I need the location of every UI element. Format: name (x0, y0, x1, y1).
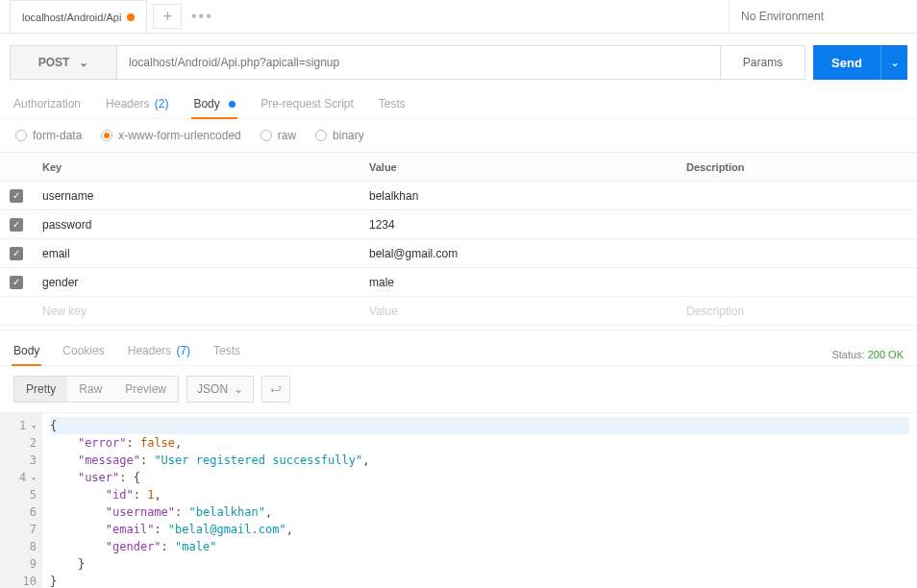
radio-label: binary (333, 129, 364, 142)
row-checkbox[interactable]: ✓ (10, 276, 23, 289)
tab-label: Body (193, 97, 219, 110)
tab-label: Tests (213, 344, 240, 357)
param-key[interactable]: email (33, 247, 359, 260)
view-raw[interactable]: Raw (67, 377, 113, 402)
param-key[interactable]: password (33, 218, 359, 232)
tab-label: Tests (379, 97, 406, 110)
row-checkbox[interactable]: ✓ (10, 218, 23, 232)
table-row: ✓usernamebelalkhan (0, 182, 917, 210)
tab-authorization[interactable]: Authorization (13, 97, 81, 118)
view-mode-segment: Pretty Raw Preview (13, 376, 179, 403)
resp-tab-headers[interactable]: Headers (7) (128, 344, 190, 365)
unsaved-indicator-icon (127, 13, 135, 21)
environment-label: No Environment (741, 10, 824, 23)
bodytype-formdata[interactable]: form-data (15, 129, 82, 142)
environment-select[interactable]: No Environment (729, 0, 917, 33)
tab-tests[interactable]: Tests (379, 97, 406, 118)
method-select[interactable]: POST ⌄ (10, 45, 117, 80)
wrap-icon: ⮐ (270, 382, 282, 396)
new-desc-input[interactable]: Description (677, 305, 917, 318)
headers-count: (7) (176, 344, 190, 357)
response-status: Status: 200 OK (831, 349, 904, 360)
col-value: Value (359, 161, 677, 173)
seg-label: Pretty (26, 382, 56, 396)
request-tab[interactable]: localhost/Android/Api (10, 0, 147, 33)
headers-count: (2) (155, 97, 169, 110)
tab-overflow-button[interactable]: ••• (187, 4, 216, 29)
code-content[interactable]: { "error": false, "message": "User regis… (42, 413, 917, 588)
send-dropdown[interactable]: ⌄ (880, 45, 907, 80)
format-label: JSON (197, 382, 228, 396)
url-value: localhost/Android/Api.php?apicall=signup (129, 56, 339, 69)
radio-label: x-www-form-urlencoded (118, 129, 240, 142)
response-body: 1 2 3 4 5 6 7 8 9 10 { "error": false, "… (0, 412, 917, 588)
tab-label: Authorization (13, 97, 81, 110)
new-tab-button[interactable]: + (153, 4, 182, 29)
tab-body[interactable]: Body (193, 97, 235, 118)
seg-label: Raw (79, 382, 102, 396)
tab-label: Headers (128, 344, 171, 357)
params-table: Key Value Description ✓usernamebelalkhan… (0, 152, 917, 326)
table-row: ✓gendermale (0, 268, 917, 297)
chevron-down-icon: ⌄ (79, 56, 88, 69)
param-key[interactable]: username (33, 189, 359, 203)
tab-title: localhost/Android/Api (22, 12, 121, 23)
new-value-input[interactable]: Value (359, 305, 677, 318)
view-pretty[interactable]: Pretty (14, 377, 67, 402)
new-key-input[interactable]: New key (33, 305, 359, 318)
params-label: Params (743, 56, 782, 69)
radio-icon (101, 130, 112, 141)
radio-icon (260, 130, 272, 141)
tab-prerequest[interactable]: Pre-request Script (260, 97, 354, 118)
tab-label: Body (13, 344, 39, 357)
row-checkbox[interactable]: ✓ (10, 247, 23, 260)
status-code: 200 OK (868, 349, 904, 360)
row-checkbox[interactable]: ✓ (10, 189, 23, 203)
table-row: ✓password1234 (0, 210, 917, 239)
table-row: ✓emailbelal@gmail.com (0, 239, 917, 268)
send-button[interactable]: Send (813, 45, 880, 80)
radio-icon (315, 130, 327, 141)
status-label: Status: (831, 349, 864, 360)
bodytype-raw[interactable]: raw (260, 129, 296, 142)
radio-label: form-data (33, 129, 82, 142)
param-value[interactable]: male (359, 276, 677, 289)
param-value[interactable]: belalkhan (359, 189, 677, 203)
resp-tab-tests[interactable]: Tests (213, 344, 240, 365)
send-label: Send (831, 56, 862, 70)
params-button[interactable]: Params (721, 45, 805, 80)
param-value[interactable]: 1234 (359, 218, 677, 232)
radio-label: raw (278, 129, 296, 142)
seg-label: Preview (125, 382, 166, 396)
chevron-down-icon: ⌄ (890, 56, 900, 69)
col-key: Key (33, 161, 359, 173)
bodytype-binary[interactable]: binary (315, 129, 364, 142)
body-modified-indicator-icon (229, 101, 235, 108)
tab-label: Pre-request Script (260, 97, 354, 110)
wrap-lines-button[interactable]: ⮐ (261, 376, 290, 403)
method-label: POST (38, 56, 70, 69)
tab-label: Headers (106, 97, 149, 110)
view-preview[interactable]: Preview (113, 377, 178, 402)
tab-label: Cookies (62, 344, 104, 357)
line-gutter: 1 2 3 4 5 6 7 8 9 10 (0, 413, 42, 588)
resp-tab-cookies[interactable]: Cookies (62, 344, 104, 365)
url-input[interactable]: localhost/Android/Api.php?apicall=signup (117, 45, 721, 80)
chevron-down-icon: ⌄ (234, 382, 243, 396)
col-desc: Description (677, 161, 917, 173)
format-select[interactable]: JSON ⌄ (186, 376, 254, 403)
param-key[interactable]: gender (33, 276, 359, 289)
resp-tab-body[interactable]: Body (13, 344, 39, 365)
bodytype-urlencoded[interactable]: x-www-form-urlencoded (101, 129, 240, 142)
param-value[interactable]: belal@gmail.com (359, 247, 677, 260)
radio-icon (15, 130, 27, 141)
tab-headers[interactable]: Headers (2) (106, 97, 168, 118)
